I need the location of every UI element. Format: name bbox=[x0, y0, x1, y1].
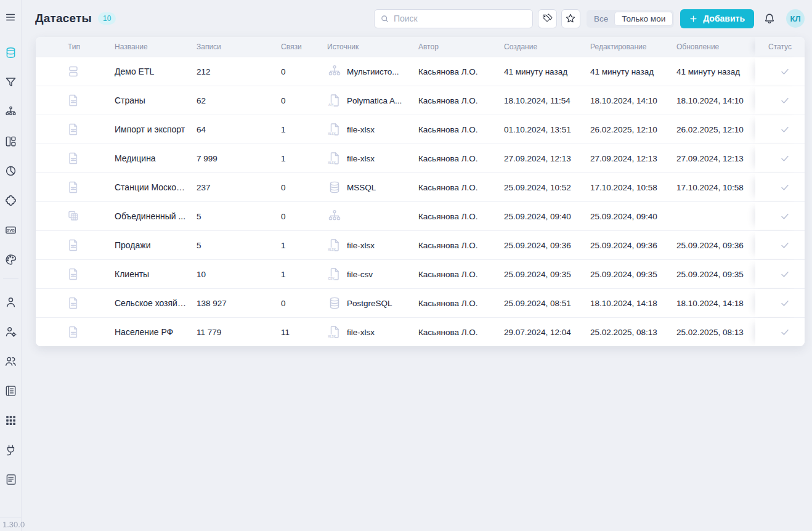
dataset-source-label: file-xlsx bbox=[347, 125, 375, 134]
dataset-status-cell bbox=[755, 144, 805, 172]
table-row[interactable]: Станции Москов... 237 0 MSSQL Касьянова … bbox=[36, 172, 805, 201]
dataset-status-cell bbox=[755, 86, 805, 115]
scope-only-mine-option[interactable]: Только мои bbox=[614, 12, 673, 26]
column-header-type[interactable]: Тип bbox=[36, 43, 105, 51]
dataset-updated: 25.09.2024, 09:36 bbox=[667, 241, 755, 250]
sidebar-item-user[interactable] bbox=[0, 295, 21, 309]
flow-icon bbox=[4, 105, 17, 118]
dataset-status-cell bbox=[755, 57, 805, 86]
check-icon bbox=[779, 182, 790, 193]
sidebar-item-plug[interactable] bbox=[0, 443, 21, 456]
notes-icon bbox=[4, 473, 17, 486]
notifications-button[interactable] bbox=[763, 12, 776, 25]
favorites-filter-button[interactable] bbox=[561, 9, 580, 28]
svg-text:XLSX: XLSX bbox=[328, 248, 336, 251]
column-header-created[interactable]: Создание bbox=[495, 43, 581, 51]
sidebar-item-pie-chart[interactable] bbox=[0, 164, 21, 177]
dataset-name: Продажи bbox=[105, 240, 187, 250]
table-row[interactable]: Население РФ 11 779 11 XLSX file-xlsx Ка… bbox=[36, 317, 805, 346]
dataset-edited: 18.10.2024, 14:18 bbox=[581, 299, 667, 308]
dataset-updated: 25.09.2024, 09:35 bbox=[667, 270, 755, 279]
svg-badge-icon: SVG bbox=[4, 224, 17, 237]
dataset-source-cell: XLSX file-xlsx bbox=[318, 325, 409, 339]
search-box bbox=[374, 9, 533, 28]
dataset-source-label: file-xlsx bbox=[347, 154, 375, 163]
page-title: Датасеты bbox=[35, 12, 92, 25]
file-xlsx-icon: XLSX bbox=[327, 325, 342, 339]
sidebar-item-layout[interactable] bbox=[0, 134, 21, 148]
table-row[interactable]: Продажи 5 1 XLSX file-xlsx Касьянова Л.О… bbox=[36, 230, 805, 259]
dataset-status-cell bbox=[755, 231, 805, 259]
check-icon bbox=[779, 298, 790, 309]
topbar-actions: Все Только мои Добавить КЛ bbox=[374, 9, 805, 28]
table-row[interactable]: Страны 62 0 API Polymatica A... Касьянов… bbox=[36, 86, 805, 115]
sidebar-item-svg-badge[interactable]: SVG bbox=[0, 223, 21, 237]
column-header-links[interactable]: Связи bbox=[272, 43, 318, 51]
table-row[interactable]: Демо ETL 212 0 Мультиисто... Касьянова Л… bbox=[36, 57, 805, 86]
grid-icon bbox=[4, 414, 17, 427]
plug-icon bbox=[4, 444, 17, 456]
dataset-source-label: PostgreSQL bbox=[347, 299, 392, 308]
layout-icon bbox=[4, 135, 17, 148]
file-xlsx-icon: XLSX bbox=[327, 151, 342, 166]
dataset-created: 25.09.2024, 08:51 bbox=[495, 299, 581, 308]
dataset-links: 0 bbox=[272, 96, 318, 105]
dataset-name: Станции Москов... bbox=[105, 182, 187, 192]
dataset-links: 0 bbox=[272, 299, 318, 308]
add-dataset-button[interactable]: Добавить bbox=[680, 9, 754, 28]
sidebar-item-book[interactable] bbox=[0, 384, 21, 397]
search-input[interactable] bbox=[394, 14, 527, 23]
svg-text:XLSX: XLSX bbox=[328, 335, 336, 338]
sidebar-item-flow[interactable] bbox=[0, 105, 21, 118]
dataset-source-cell: Мультиисто... bbox=[318, 64, 409, 79]
tags-icon bbox=[542, 13, 553, 24]
sidebar-item-database[interactable] bbox=[0, 46, 21, 59]
file-xlsx-icon: XLSX bbox=[327, 238, 342, 253]
dataset-type-cell bbox=[36, 65, 105, 78]
file-csv-icon: CSV bbox=[327, 267, 342, 282]
user-icon bbox=[4, 296, 17, 309]
sidebar-item-grid[interactable] bbox=[0, 413, 21, 427]
sidebar-item-users[interactable] bbox=[0, 354, 21, 368]
dataset-type-cell bbox=[36, 123, 105, 136]
column-header-author[interactable]: Автор bbox=[409, 43, 495, 51]
add-dataset-label: Добавить bbox=[703, 14, 745, 23]
scope-toggle: Все Только мои bbox=[587, 10, 674, 28]
sidebar-item-user-gear[interactable] bbox=[0, 325, 21, 338]
tags-filter-button[interactable] bbox=[538, 9, 557, 28]
table-row[interactable]: Медицина 7 999 1 XLSX file-xlsx Касьянов… bbox=[36, 144, 805, 172]
sidebar-item-filter[interactable] bbox=[0, 75, 21, 89]
dataset-edited: 25.02.2025, 08:13 bbox=[581, 328, 667, 337]
dataset-edited: 25.09.2024, 09:36 bbox=[581, 241, 667, 250]
dataset-source-cell: XLSX file-xlsx bbox=[318, 122, 409, 137]
dataset-created: 25.09.2024, 09:36 bbox=[495, 241, 581, 250]
table-doc-icon bbox=[67, 296, 80, 310]
dataset-name: Страны bbox=[105, 95, 187, 105]
table-row[interactable]: Клиенты 10 1 CSV file-csv Касьянова Л.О.… bbox=[36, 259, 805, 288]
column-header-edited[interactable]: Редактирование bbox=[581, 43, 667, 51]
dataset-source-label: MSSQL bbox=[347, 183, 376, 192]
file-xlsx-icon: XLSX bbox=[327, 122, 342, 137]
table-row[interactable]: Объединенный ... 5 0 Касьянова Л.О. 25.0… bbox=[36, 201, 805, 230]
sidebar-item-palette[interactable] bbox=[0, 253, 21, 266]
column-header-source[interactable]: Источник bbox=[318, 43, 409, 51]
table-row[interactable]: Сельское хозяйс... 138 927 0 PostgreSQL … bbox=[36, 288, 805, 317]
dataset-edited: 41 минуту назад bbox=[581, 67, 667, 76]
dataset-source-cell: API Polymatica A... bbox=[318, 93, 409, 108]
dataset-edited: 17.10.2024, 10:58 bbox=[581, 183, 667, 192]
table-doc-icon bbox=[67, 152, 80, 165]
scope-all-option[interactable]: Все bbox=[588, 12, 614, 25]
table-row[interactable]: Импорт и экспорт 64 1 XLSX file-xlsx Кас… bbox=[36, 115, 805, 144]
menu-icon[interactable] bbox=[4, 12, 17, 23]
column-header-name[interactable]: Название bbox=[105, 43, 187, 51]
sidebar-item-puzzle[interactable] bbox=[0, 193, 21, 207]
pie-chart-icon bbox=[4, 164, 17, 177]
column-header-status[interactable]: Статус bbox=[755, 37, 805, 57]
column-header-updated[interactable]: Обновление bbox=[667, 43, 755, 51]
dataset-records: 5 bbox=[187, 241, 272, 250]
dataset-name: Импорт и экспорт bbox=[105, 124, 187, 134]
column-header-records[interactable]: Записи bbox=[187, 43, 272, 51]
dataset-records: 237 bbox=[187, 183, 272, 192]
avatar[interactable]: КЛ bbox=[786, 9, 805, 28]
sidebar-item-notes[interactable] bbox=[0, 472, 21, 486]
